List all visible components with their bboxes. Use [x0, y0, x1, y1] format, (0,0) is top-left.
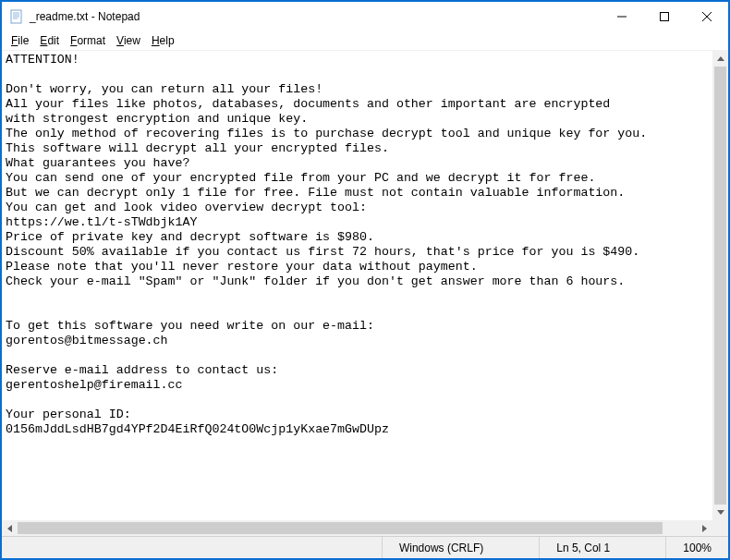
- horizontal-scroll-track[interactable]: [18, 520, 697, 536]
- menu-edit[interactable]: Edit: [34, 33, 65, 48]
- menu-help[interactable]: Help: [146, 33, 180, 48]
- horizontal-scrollbar[interactable]: [2, 520, 712, 536]
- maximize-button[interactable]: [643, 2, 686, 31]
- notepad-icon: [9, 9, 24, 24]
- horizontal-scroll-thumb[interactable]: [18, 522, 663, 534]
- statusbar: Windows (CRLF) Ln 5, Col 1 100%: [2, 536, 728, 558]
- menu-format[interactable]: Format: [65, 33, 111, 48]
- scroll-left-button[interactable]: [2, 520, 18, 536]
- titlebar[interactable]: _readme.txt - Notepad: [2, 2, 728, 31]
- svg-rect-6: [661, 13, 669, 21]
- vertical-scroll-thumb[interactable]: [714, 67, 726, 505]
- close-button[interactable]: [686, 2, 728, 31]
- window-title: _readme.txt - Notepad: [30, 10, 140, 23]
- scroll-down-button[interactable]: [712, 505, 728, 520]
- menu-view[interactable]: View: [111, 33, 146, 48]
- status-encoding: Windows (CRLF): [382, 537, 539, 558]
- vertical-scroll-track[interactable]: [712, 67, 728, 505]
- document-text[interactable]: ATTENTION! Don't worry, you can return a…: [2, 51, 712, 520]
- status-zoom: 100%: [665, 537, 728, 558]
- scrollbar-corner: [712, 520, 728, 536]
- notepad-window: _readme.txt - Notepad File Edit Format V…: [0, 0, 730, 560]
- menubar: File Edit Format View Help: [2, 31, 728, 50]
- minimize-button[interactable]: [601, 2, 643, 31]
- window-controls: [601, 2, 728, 30]
- scroll-right-button[interactable]: [697, 520, 712, 536]
- editor-area: ATTENTION! Don't worry, you can return a…: [2, 50, 728, 536]
- scroll-up-button[interactable]: [712, 51, 728, 67]
- status-position: Ln 5, Col 1: [539, 537, 665, 558]
- menu-file[interactable]: File: [6, 33, 34, 48]
- vertical-scrollbar[interactable]: [712, 51, 728, 520]
